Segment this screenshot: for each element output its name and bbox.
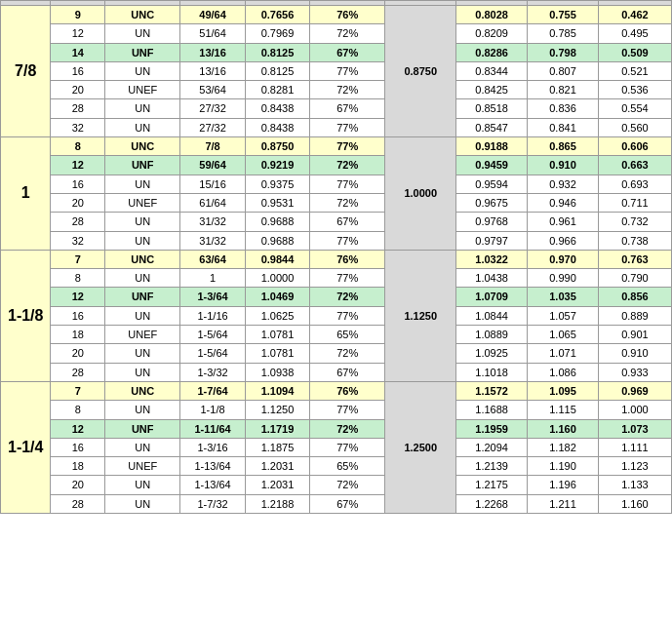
tpi-cell: 20: [51, 476, 105, 494]
decimal-cell: 0.9375: [245, 175, 309, 193]
minor-diameter-cell: 1.086: [528, 363, 599, 381]
designation-cell: UN: [105, 306, 180, 325]
stress-area-cell: 1.000: [598, 401, 671, 419]
thread-size-cell: 1-1/8: [1, 250, 51, 381]
pct-cell: 77%: [310, 231, 385, 250]
pitch-diameter-cell: 0.9459: [456, 156, 528, 175]
designation-cell: UN: [105, 231, 180, 250]
tpi-cell: 18: [51, 326, 105, 344]
tpi-cell: 28: [51, 99, 105, 118]
tap-drill-cell: 1-3/32: [180, 363, 245, 381]
tap-drill-cell: 1-7/32: [180, 494, 245, 513]
pct-cell: 76%: [310, 250, 385, 268]
decimal-cell: 0.9844: [245, 250, 309, 268]
stress-area-cell: 0.663: [598, 156, 671, 175]
designation-cell: UNEF: [105, 457, 180, 476]
minor-diameter-cell: 0.798: [528, 43, 599, 61]
tpi-cell: 32: [51, 118, 105, 136]
minor-diameter-cell: 0.990: [528, 269, 599, 288]
tpi-cell: 28: [51, 363, 105, 381]
major-diameter-cell: 1.0000: [385, 137, 456, 251]
pitch-diameter-cell: 1.1572: [456, 381, 528, 400]
tap-drill-cell: 1-1/16: [180, 306, 245, 325]
decimal-cell: 1.2188: [245, 494, 309, 513]
pct-cell: 77%: [310, 175, 385, 193]
pct-cell: 77%: [310, 61, 385, 80]
decimal-cell: 0.9688: [245, 231, 309, 250]
designation-cell: UNEF: [105, 193, 180, 212]
minor-diameter-cell: 0.961: [528, 213, 599, 231]
thread-size-cell: 1-1/4: [1, 381, 51, 513]
stress-area-cell: 1.073: [598, 419, 671, 438]
decimal-cell: 1.0625: [245, 306, 309, 325]
tpi-cell: 7: [51, 381, 105, 400]
minor-diameter-cell: 1.071: [528, 344, 599, 363]
pitch-diameter-cell: 1.0438: [456, 269, 528, 288]
decimal-cell: 1.0000: [245, 269, 309, 288]
tpi-cell: 16: [51, 438, 105, 456]
pct-cell: 67%: [310, 43, 385, 61]
designation-cell: UNC: [105, 137, 180, 156]
minor-diameter-cell: 1.057: [528, 306, 599, 325]
designation-cell: UN: [105, 494, 180, 513]
pitch-diameter-cell: 0.9797: [456, 231, 528, 250]
minor-diameter-cell: 1.196: [528, 476, 599, 494]
pitch-diameter-cell: 0.8344: [456, 61, 528, 80]
pitch-diameter-cell: 0.8028: [456, 6, 528, 24]
tap-drill-cell: 1-3/64: [180, 288, 245, 306]
decimal-cell: 1.1875: [245, 438, 309, 456]
pct-cell: 65%: [310, 457, 385, 476]
pitch-diameter-cell: 1.0322: [456, 250, 528, 268]
designation-cell: UN: [105, 24, 180, 43]
stress-area-cell: 0.901: [598, 326, 671, 344]
pitch-diameter-cell: 0.9768: [456, 213, 528, 231]
minor-diameter-cell: 1.160: [528, 419, 599, 438]
tpi-cell: 14: [51, 43, 105, 61]
tpi-cell: 8: [51, 137, 105, 156]
tpi-cell: 12: [51, 24, 105, 43]
tap-drill-cell: 1-1/8: [180, 401, 245, 419]
pitch-diameter-cell: 0.8286: [456, 43, 528, 61]
minor-diameter-cell: 0.836: [528, 99, 599, 118]
tpi-cell: 16: [51, 175, 105, 193]
decimal-cell: 0.8125: [245, 43, 309, 61]
designation-cell: UNF: [105, 288, 180, 306]
designation-cell: UN: [105, 401, 180, 419]
pct-cell: 72%: [310, 81, 385, 99]
tpi-cell: 20: [51, 344, 105, 363]
minor-diameter-cell: 0.932: [528, 175, 599, 193]
pct-cell: 67%: [310, 99, 385, 118]
tap-drill-cell: 27/32: [180, 118, 245, 136]
minor-diameter-cell: 0.785: [528, 24, 599, 43]
tap-drill-cell: 1-11/64: [180, 419, 245, 438]
pitch-diameter-cell: 0.9675: [456, 193, 528, 212]
tap-drill-cell: 7/8: [180, 137, 245, 156]
pitch-diameter-cell: 1.2268: [456, 494, 528, 513]
pitch-diameter-cell: 0.8547: [456, 118, 528, 136]
tpi-cell: 12: [51, 156, 105, 175]
decimal-cell: 1.2031: [245, 476, 309, 494]
tap-drill-cell: 53/64: [180, 81, 245, 99]
minor-diameter-cell: 0.821: [528, 81, 599, 99]
tap-drill-cell: 59/64: [180, 156, 245, 175]
pct-cell: 72%: [310, 344, 385, 363]
pitch-diameter-cell: 1.1688: [456, 401, 528, 419]
decimal-cell: 1.0781: [245, 326, 309, 344]
stress-area-cell: 0.889: [598, 306, 671, 325]
minor-diameter-cell: 0.970: [528, 250, 599, 268]
designation-cell: UN: [105, 438, 180, 456]
decimal-cell: 1.0781: [245, 344, 309, 363]
stress-area-cell: 0.910: [598, 344, 671, 363]
designation-cell: UNF: [105, 419, 180, 438]
pct-cell: 72%: [310, 476, 385, 494]
thread-table: 7/89UNC49/640.765676%0.87500.80280.7550.…: [0, 0, 672, 514]
stress-area-cell: 0.509: [598, 43, 671, 61]
designation-cell: UNEF: [105, 326, 180, 344]
minor-diameter-cell: 0.865: [528, 137, 599, 156]
designation-cell: UNC: [105, 250, 180, 268]
pct-cell: 76%: [310, 381, 385, 400]
stress-area-cell: 0.856: [598, 288, 671, 306]
pitch-diameter-cell: 0.8425: [456, 81, 528, 99]
tpi-cell: 32: [51, 231, 105, 250]
tap-drill-cell: 61/64: [180, 193, 245, 212]
